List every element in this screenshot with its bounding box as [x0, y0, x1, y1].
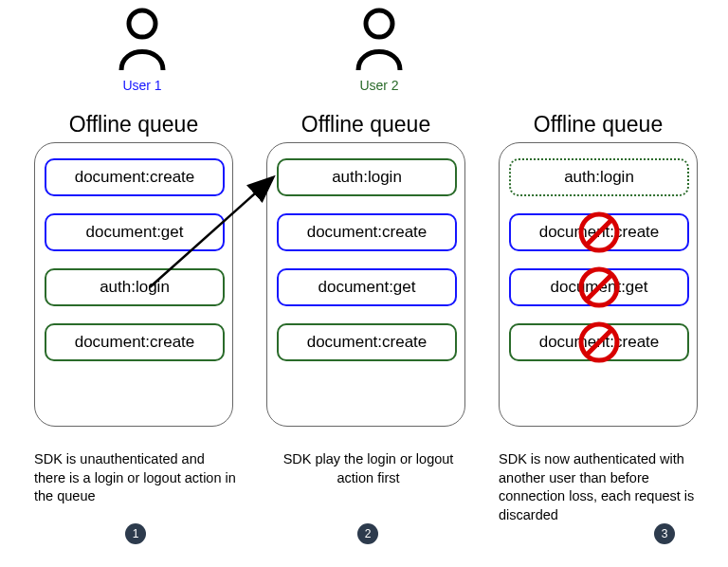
queue-item-label: document:create — [539, 223, 660, 242]
queue-item: document:create — [277, 213, 457, 251]
queue-item-label: document:get — [550, 278, 647, 297]
queue-item: document:create — [509, 323, 689, 361]
queue-item: document:create — [509, 213, 689, 251]
queue-item: document:create — [277, 323, 457, 361]
caption-2: SDK play the login or logout action firs… — [266, 450, 470, 487]
caption-3: SDK is now authenticated with another us… — [499, 450, 702, 524]
col3-title: Offline queue — [499, 112, 698, 137]
queue-item: document:create — [45, 158, 225, 196]
svg-point-1 — [366, 10, 392, 37]
queue-item: document:get — [277, 268, 457, 306]
queue-item: document:get — [45, 213, 225, 251]
caption-1: SDK is unauthenticated and there is a lo… — [34, 450, 238, 506]
queue-panel-2: auth:login document:create document:get … — [266, 142, 465, 427]
queue-item: auth:login — [509, 158, 689, 196]
queue-panel-3: auth:login document:create document:get … — [499, 142, 698, 427]
step-badge: 2 — [357, 523, 378, 544]
user1-label: User 1 — [114, 78, 171, 93]
queue-item: document:get — [509, 268, 689, 306]
queue-panel-1: document:create document:get auth:login … — [34, 142, 233, 427]
user2-label: User 2 — [351, 78, 408, 93]
queue-item: document:create — [45, 323, 225, 361]
user-icon — [351, 8, 408, 74]
queue-item: auth:login — [45, 268, 225, 306]
svg-point-0 — [129, 10, 155, 37]
step-badge: 3 — [654, 523, 675, 544]
col1-title: Offline queue — [34, 112, 233, 137]
step-badge: 1 — [125, 523, 146, 544]
user-icon — [114, 8, 171, 74]
col2-title: Offline queue — [266, 112, 465, 137]
queue-item: auth:login — [277, 158, 457, 196]
queue-item-label: document:create — [539, 333, 660, 352]
